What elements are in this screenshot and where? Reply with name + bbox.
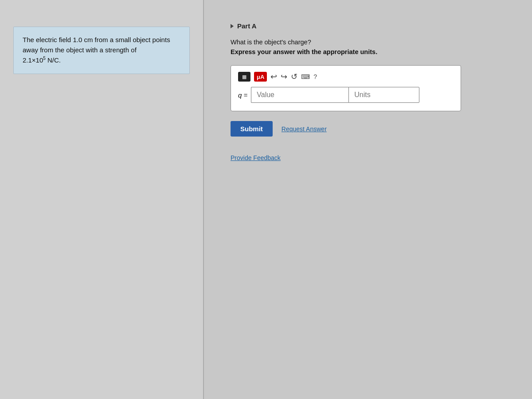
refresh-icon[interactable]: ↺ — [291, 72, 297, 82]
submit-button[interactable]: Submit — [231, 121, 273, 137]
mu-button[interactable]: μA — [254, 72, 267, 82]
part-label-row: Part A — [231, 22, 514, 30]
help-icon[interactable]: ? — [313, 73, 317, 80]
part-arrow-icon — [231, 24, 234, 28]
redo-icon[interactable]: ↪ — [281, 72, 287, 82]
instruction-text: Express your answer with the appropriate… — [231, 48, 514, 55]
left-panel: The electric field 1.0 cm from a small o… — [0, 0, 204, 399]
problem-box: The electric field 1.0 cm from a small o… — [13, 27, 190, 74]
matrix-button[interactable]: ▦ — [238, 72, 250, 82]
right-panel: Part A What is the object's charge? Expr… — [204, 0, 532, 399]
units-input[interactable] — [348, 87, 419, 103]
undo-icon[interactable]: ↩ — [270, 72, 277, 82]
problem-text: The electric field 1.0 cm from a small o… — [23, 36, 170, 64]
q-label: q = — [238, 91, 247, 99]
question-text: What is the object's charge? — [231, 39, 514, 46]
provide-feedback-link[interactable]: Provide Feedback — [231, 154, 514, 161]
answer-box: ▦ μA ↩ ↪ ↺ ⌨ ? q = — [231, 65, 461, 111]
input-row: q = — [238, 87, 454, 103]
keyboard-icon[interactable]: ⌨ — [301, 73, 310, 80]
value-input[interactable] — [251, 87, 348, 103]
toolbar: ▦ μA ↩ ↪ ↺ ⌨ ? — [238, 72, 454, 82]
request-answer-link[interactable]: Request Answer — [282, 125, 327, 133]
submit-row: Submit Request Answer — [231, 121, 461, 137]
part-label-text: Part A — [237, 22, 257, 30]
